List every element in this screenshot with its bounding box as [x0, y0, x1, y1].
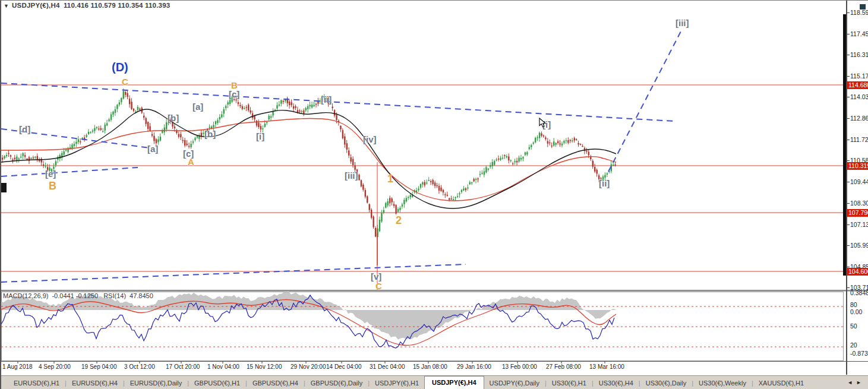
wave-label[interactable]: [iii] — [345, 170, 358, 181]
indicator-axis-label: 0.00 — [850, 308, 862, 315]
wave-label[interactable]: A — [188, 157, 194, 167]
chart-tab-eurusd-h1[interactable]: EURUSD(€),H1 — [8, 377, 65, 389]
chart-tab-gbpusd-h1[interactable]: GBPUSD(€),H1 — [189, 377, 245, 389]
candle-body — [146, 118, 147, 124]
scroll-right-icon[interactable]: ► — [856, 379, 865, 385]
wave-label[interactable]: 2 — [396, 214, 402, 227]
candle-body — [495, 160, 497, 161]
wave-label[interactable]: [ii] — [321, 94, 332, 105]
macd-values: -0.0441 -0.1250 — [52, 292, 98, 299]
candle-body — [543, 135, 544, 137]
candle-body — [86, 135, 87, 137]
chart-tab-us30-h4[interactable]: US30(€),H4 — [594, 377, 639, 389]
price-axis-separator — [846, 1, 847, 375]
candle-body — [153, 136, 154, 141]
candle-body — [8, 153, 9, 154]
candle-body — [367, 197, 368, 203]
panel-separator[interactable] — [1, 290, 868, 292]
candle-body — [94, 128, 95, 131]
wave-label[interactable]: [ii] — [599, 178, 610, 188]
wave-label[interactable]: [iii] — [676, 18, 689, 28]
price-tick-label: 109.449 — [850, 178, 868, 185]
candle-body — [157, 140, 159, 143]
scroll-left-icon[interactable]: ◄ — [847, 379, 856, 385]
candle-body — [451, 198, 452, 200]
wave-label[interactable]: C — [375, 281, 382, 291]
tab-scroll-arrows[interactable]: ◄► — [845, 378, 867, 387]
price-tick-label: 112.869 — [850, 115, 868, 122]
candle-body — [518, 158, 519, 162]
wave-label[interactable]: [a] — [147, 144, 158, 154]
candle-body — [279, 105, 280, 106]
price-tick-label: 114.039 — [850, 93, 868, 100]
candle-body — [555, 143, 557, 145]
time-axis: 1 Aug 20184 Sep 20:0019 Sep 04:003 Oct 1… — [1, 362, 868, 374]
candle-body — [269, 116, 270, 119]
chart-tab-us30-daily[interactable]: US30(€),Daily — [640, 377, 692, 389]
wave-label[interactable]: [d] — [19, 124, 30, 134]
chart-tab-eurusd-daily[interactable]: EURUSD(€),Daily — [125, 377, 187, 389]
candle-body — [215, 121, 216, 124]
wave-label[interactable]: [v] — [371, 271, 381, 282]
price-tag: 104.606 — [847, 268, 868, 276]
chart-tab-usdjpy-h4[interactable]: USDJPY(€),H4 — [424, 376, 484, 389]
candle-body — [133, 109, 134, 111]
wave-label[interactable]: 1 — [387, 173, 393, 185]
chart-tab-us30-h1[interactable]: US30(€),H1 — [547, 377, 592, 389]
wave-label[interactable]: [b] — [168, 113, 179, 123]
chart-tab-eurusd-h4[interactable]: EURUSD(€),H4 — [67, 377, 123, 389]
wave-label[interactable]: [i] — [256, 131, 264, 141]
candle-body — [531, 145, 532, 147]
candle-body — [395, 205, 396, 213]
candle-body — [502, 158, 503, 159]
chart-tab-gbpusd-h4[interactable]: GBPUSD(€),H4 — [247, 377, 304, 389]
candle-body — [369, 204, 370, 210]
candle-body — [438, 186, 440, 191]
wave-label[interactable]: [e] — [45, 169, 56, 179]
candle-body — [137, 107, 138, 110]
candle-body — [577, 143, 579, 145]
candle-body — [494, 161, 495, 165]
chevron-down-icon[interactable]: ▼ — [4, 3, 9, 9]
wave-label[interactable]: C — [122, 77, 128, 87]
chart-tab-usdjpy-daily[interactable]: USDJPY(€),Daily — [484, 377, 545, 389]
candle-body — [354, 165, 355, 169]
candle-body — [443, 190, 444, 193]
wave-label[interactable]: (D) — [112, 61, 128, 74]
candle-body — [14, 158, 15, 160]
candle-body — [102, 131, 103, 132]
trendline-4 — [608, 29, 682, 172]
candle-body — [311, 105, 313, 107]
candle-body — [225, 106, 226, 108]
candle-body — [520, 158, 522, 160]
chart-canvas[interactable] — [1, 1, 868, 375]
candle-body — [541, 134, 542, 136]
candle-body — [408, 197, 409, 198]
candle-body — [23, 153, 24, 156]
time-axis-label: 4 Sep 20:00 — [39, 363, 71, 370]
wave-label[interactable]: [iv] — [363, 134, 377, 144]
wave-label[interactable]: B — [49, 180, 56, 192]
candle-body — [260, 126, 261, 129]
candle-body — [549, 143, 550, 144]
candle-body — [178, 134, 179, 137]
candle-body — [535, 138, 536, 143]
wave-label[interactable]: [a] — [192, 102, 203, 112]
chart-tab-xauusd-h1[interactable]: XAUUSD(€),H1 — [753, 377, 809, 389]
chart-tab-usdjpy-h1[interactable]: USDJPY(€),H1 — [370, 377, 424, 389]
candle-body — [504, 155, 505, 156]
candle-body — [397, 209, 399, 212]
partial-object-box — [1, 183, 7, 192]
candle-body — [108, 119, 109, 121]
chart-title-bar: ▼USDJPY(€),H4 110.416 110.579 110.354 11… — [4, 2, 170, 9]
candle-body — [592, 161, 594, 167]
wave-label[interactable]: [b] — [204, 129, 216, 139]
candle-body — [440, 188, 441, 191]
chart-tab-gbpusd-daily[interactable]: GBPUSD(€),Daily — [305, 377, 368, 389]
candle-body — [580, 144, 581, 146]
candle-body — [576, 139, 577, 140]
candle-body — [381, 213, 382, 222]
wave-label[interactable]: [c] — [229, 89, 239, 99]
chart-tab-us30-weekly[interactable]: US30(€),Weekly — [693, 377, 752, 389]
candle-body — [545, 137, 546, 139]
